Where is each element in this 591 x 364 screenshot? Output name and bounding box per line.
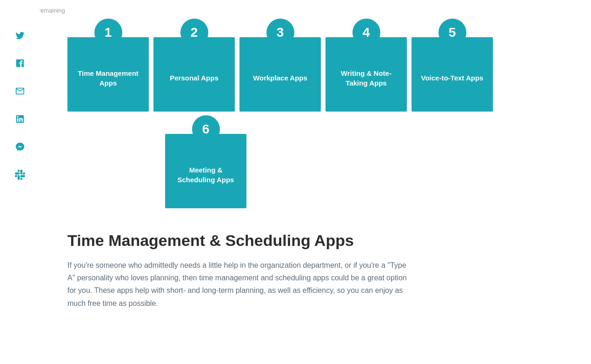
card-4-box[interactable]: Writing & Note-Taking Apps (325, 37, 407, 112)
card-6-bubble: 6 (192, 115, 220, 143)
card-3-bubble: 3 (266, 19, 294, 46)
sidebar (0, 0, 40, 364)
card-5-box[interactable]: Voice-to-Text Apps (412, 37, 493, 112)
twitter-icon[interactable] (13, 28, 27, 43)
slack-icon[interactable] (13, 167, 27, 182)
card-2-bubble: 2 (180, 19, 208, 46)
card-5-bubble: 5 (438, 19, 466, 46)
card-5-label: Voice-to-Text Apps (421, 73, 484, 83)
cards-row-1: 1 Time Management Apps 2 Personal Apps 3 (67, 19, 572, 112)
card-4-bubble: 4 (352, 19, 380, 46)
card-2-wrapper: 2 Personal Apps (153, 19, 235, 112)
card-1-box[interactable]: Time Management Apps (67, 37, 149, 112)
section-body: If you're someone who admittedly needs a… (67, 259, 412, 310)
content-section: Time Management & Scheduling Apps If you… (67, 232, 572, 310)
cards-section: 1 Time Management Apps 2 Personal Apps 3 (67, 19, 572, 208)
card-4-wrapper: 4 Writing & Note-Taking Apps (325, 19, 407, 112)
card-5-wrapper: 5 Voice-to-Text Apps (412, 19, 493, 112)
email-icon[interactable] (13, 84, 27, 99)
card-1-wrapper: 1 Time Management Apps (67, 19, 149, 112)
card-1-bubble: 1 (94, 19, 122, 46)
card-3-label: Workplace Apps (253, 73, 307, 83)
facebook-icon[interactable] (13, 56, 27, 71)
card-2-label: Personal Apps (170, 73, 218, 83)
card-6-label: Meeting & Scheduling Apps (172, 165, 239, 185)
card-6-wrapper: 6 Meeting & Scheduling Apps (165, 115, 246, 208)
linkedin-icon[interactable] (13, 112, 27, 126)
card-2-box[interactable]: Personal Apps (153, 37, 235, 112)
card-3-wrapper: 3 Workplace Apps (239, 19, 321, 112)
card-4-label: Writing & Note-Taking Apps (332, 68, 400, 88)
section-title: Time Management & Scheduling Apps (67, 232, 572, 250)
main-content: 1 Time Management Apps 2 Personal Apps 3 (40, 0, 591, 328)
cards-row-2: 6 Meeting & Scheduling Apps (67, 115, 572, 208)
messenger-icon[interactable] (13, 139, 27, 154)
card-1-label: Time Management Apps (74, 68, 142, 88)
card-6-box[interactable]: Meeting & Scheduling Apps (165, 134, 246, 208)
card-3-box[interactable]: Workplace Apps (239, 37, 321, 112)
